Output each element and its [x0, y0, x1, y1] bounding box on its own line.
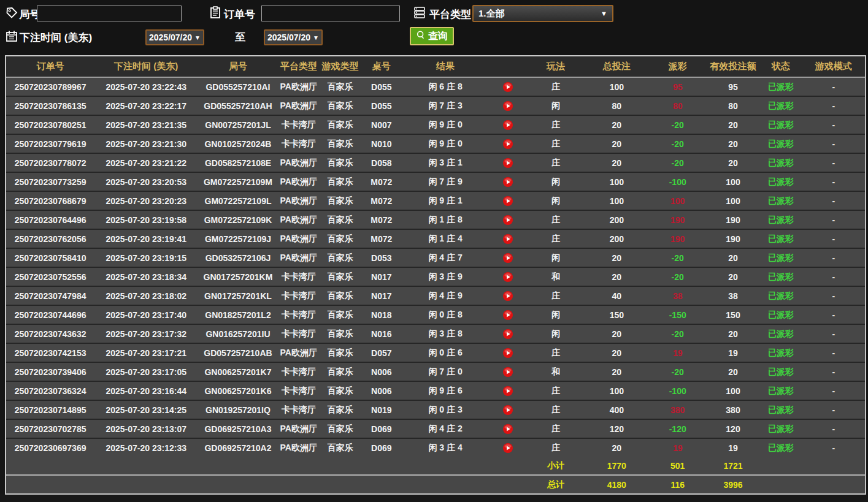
play-cell [490, 400, 526, 419]
date-range-to-label: 至 [235, 30, 245, 44]
play-icon[interactable] [503, 424, 513, 434]
play-icon[interactable] [503, 101, 513, 111]
game-mode: - [802, 343, 865, 362]
payout-amount: 380 [648, 400, 707, 419]
total-bet: 20 [585, 438, 649, 457]
order-number-input[interactable] [261, 6, 400, 21]
result-score: 闲 7 庄 0 [401, 362, 490, 381]
play-icon[interactable] [503, 386, 513, 396]
order-number: 250720230779619 [6, 134, 94, 153]
status-text: 已派彩 [759, 343, 802, 362]
bet-time: 2025-07-20 23:20:53 [94, 172, 198, 191]
platform-type-select[interactable]: 1.全部 ▼ [472, 5, 613, 22]
result-score: 闲 3 庄 9 [401, 267, 490, 286]
play-icon[interactable] [503, 177, 513, 187]
platform-type: 卡卡湾厅 [278, 305, 319, 324]
round-number: GM0722572109L [198, 191, 278, 210]
play-icon[interactable] [503, 139, 513, 149]
date-to-picker[interactable]: 2025/07/20 ▼ [264, 29, 323, 45]
valid-bet: 20 [707, 153, 759, 172]
play-icon[interactable] [503, 348, 513, 358]
round-number: GN018257201L2 [198, 305, 278, 324]
play-icon[interactable] [503, 82, 513, 92]
play-cell [490, 191, 526, 210]
platform-type: 卡卡湾厅 [278, 286, 319, 305]
result-score: 闲 4 庄 2 [401, 419, 490, 438]
game-type: 百家乐 [319, 381, 362, 400]
table-number: N018 [362, 305, 401, 324]
play-cell [490, 153, 526, 172]
game-type: 百家乐 [319, 286, 362, 305]
play-icon[interactable] [503, 196, 513, 206]
result-score: 闲 0 庄 6 [401, 343, 490, 362]
total-bet: 20 [585, 267, 649, 286]
game-mode: - [802, 305, 865, 324]
table-row: 2507202307584102025-07-20 23:19:15GD0532… [6, 248, 865, 267]
game-type: 百家乐 [319, 134, 362, 153]
status-text: 已派彩 [759, 419, 802, 438]
play-icon[interactable] [503, 329, 513, 339]
round-number: GN017257201KL [198, 286, 278, 305]
result-score: 闲 1 庄 8 [401, 210, 490, 229]
table-row: 2507202307861352025-07-20 23:22:17GD0552… [6, 96, 865, 115]
payout-amount: -20 [648, 115, 707, 134]
total-bet: 200 [585, 210, 649, 229]
play-icon[interactable] [503, 158, 513, 168]
game-type: 百家乐 [319, 153, 362, 172]
col-header-game-type: 游戏类型 [319, 56, 362, 77]
bet-time: 2025-07-20 23:18:34 [94, 267, 198, 286]
play-icon[interactable] [503, 120, 513, 130]
play-type: 庄 [526, 134, 585, 153]
valid-bet: 120 [707, 419, 759, 438]
col-header-bet-time: 下注时间 (美东) [94, 56, 198, 77]
search-button[interactable]: 查询 [410, 27, 454, 45]
payout-amount: -20 [648, 248, 707, 267]
order-number: 250720230786135 [6, 96, 94, 115]
game-mode: - [802, 324, 865, 343]
date-from-picker[interactable]: 2025/07/20 ▼ [145, 29, 204, 45]
order-number: 250720230768679 [6, 191, 94, 210]
play-type: 和 [526, 267, 585, 286]
bet-time: 2025-07-20 23:17:40 [94, 305, 198, 324]
chevron-down-icon: ▼ [313, 34, 319, 41]
table-number: M072 [362, 172, 401, 191]
play-icon[interactable] [503, 310, 513, 320]
play-icon[interactable] [503, 272, 513, 282]
round-number: GN0102572024B [198, 134, 278, 153]
game-mode: - [802, 134, 865, 153]
play-cell [490, 419, 526, 438]
play-icon[interactable] [503, 234, 513, 244]
result-score: 闲 9 庄 0 [401, 134, 490, 153]
valid-bet: 20 [707, 362, 759, 381]
filter-bar: 局号 订单号 平台类型 1.全部 ▼ 下注时间 (美东) 2025/07/20 … [0, 0, 868, 55]
table-row: 2507202306973692025-07-20 23:12:33GD0692… [6, 438, 865, 457]
col-header-result: 结果 [401, 56, 490, 77]
round-number-input[interactable] [37, 6, 182, 21]
play-icon[interactable] [503, 405, 513, 415]
total-bet: 100 [585, 77, 649, 96]
platform-type: 卡卡湾厅 [278, 381, 319, 400]
bet-time-label: 下注时间 (美东) [20, 31, 92, 45]
payout-amount: -20 [648, 153, 707, 172]
play-cell [490, 381, 526, 400]
game-mode: - [802, 267, 865, 286]
total-bet: 100 [585, 191, 649, 210]
play-icon[interactable] [503, 443, 513, 453]
platform-type: PA欧洲厅 [278, 210, 319, 229]
play-icon[interactable] [503, 291, 513, 301]
order-number: 250720230697369 [6, 438, 94, 457]
play-icon[interactable] [503, 215, 513, 225]
play-icon[interactable] [503, 367, 513, 377]
bet-time: 2025-07-20 23:21:30 [94, 134, 198, 153]
valid-bet: 100 [707, 381, 759, 400]
table-number: M072 [362, 229, 401, 248]
play-icon[interactable] [503, 253, 513, 263]
payout-amount: -20 [648, 134, 707, 153]
total-bet: 20 [585, 134, 649, 153]
round-number: GD057257210AB [198, 343, 278, 362]
play-cell [490, 305, 526, 324]
col-header-order-number: 订单号 [6, 56, 94, 77]
status-text: 已派彩 [759, 191, 802, 210]
subtotal-label: 小计 [526, 457, 585, 475]
status-text: 已派彩 [759, 267, 802, 286]
